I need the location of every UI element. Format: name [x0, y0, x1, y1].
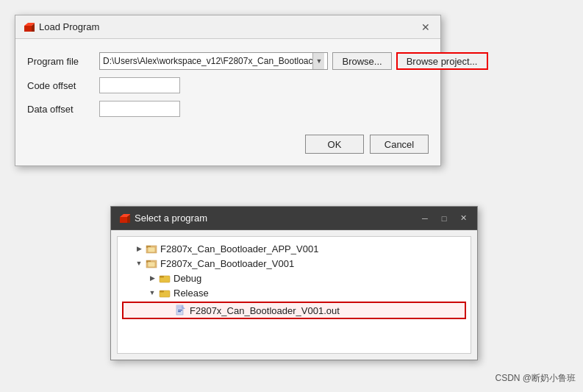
app-icon — [23, 21, 35, 33]
tree-label-v001: F2807x_Can_Bootloader_V001 — [160, 258, 294, 269]
tree-toggle-out — [163, 305, 174, 316]
load-dialog-title: Load Program — [39, 21, 99, 32]
tree-label-out-file: F2807x_Can_Bootloader_V001.out — [190, 305, 340, 316]
select-dialog-close-button[interactable]: ✕ — [457, 212, 470, 225]
tree-toggle-release[interactable]: ▼ — [147, 288, 157, 298]
program-file-label: Program file — [27, 56, 93, 67]
code-offset-label: Code offset — [27, 80, 93, 91]
program-file-value: D:\Users\Alex\workspace_v12\F2807x_Can_B… — [103, 56, 312, 66]
tree-label-debug: Debug — [174, 273, 201, 284]
browse-button[interactable]: Browse... — [332, 52, 391, 70]
maximize-button[interactable]: □ — [437, 212, 451, 225]
svg-rect-3 — [120, 217, 127, 223]
cancel-button[interactable]: Cancel — [370, 135, 429, 154]
tree-item-v001[interactable]: ▼ F2807x_Can_Bootloader_V001 — [121, 256, 468, 271]
tree-item-app-v001[interactable]: ▶ F2807x_Can_Bootloader_APP_V001 — [121, 241, 468, 256]
load-program-dialog: Load Program ✕ Program file D:\Users\Ale… — [15, 15, 441, 166]
load-dialog-titlebar: Load Program ✕ — [15, 15, 440, 39]
program-tree: ▶ F2807x_Can_Bootloader_APP_V001 ▼ — [117, 236, 471, 354]
program-file-combo[interactable]: D:\Users\Alex\workspace_v12\F2807x_Can_B… — [99, 52, 328, 70]
tree-toggle-debug[interactable]: ▶ — [147, 273, 157, 283]
data-offset-label: Data offset — [27, 104, 93, 115]
tree-item-out-file[interactable]: F2807x_Can_Bootloader_V001.out — [122, 302, 466, 319]
svg-marker-17 — [182, 305, 185, 309]
data-offset-input[interactable] — [99, 101, 180, 117]
svg-rect-11 — [148, 262, 155, 267]
watermark: CSDN @断奶小鲁班 — [495, 372, 576, 385]
browse-project-button[interactable]: Browse project... — [396, 52, 488, 70]
select-program-dialog: Select a program ─ □ ✕ ▶ F2807x_Can_Boot… — [110, 206, 478, 360]
titlebar-left: Load Program — [23, 21, 99, 33]
load-dialog-buttons: OK Cancel — [27, 135, 429, 154]
tree-item-debug[interactable]: ▶ Debug — [121, 271, 468, 285]
svg-rect-19 — [178, 310, 182, 310]
tree-item-release[interactable]: ▼ Release — [121, 285, 468, 300]
load-dialog-close-button[interactable]: ✕ — [418, 20, 433, 35]
code-offset-input[interactable] — [99, 77, 180, 93]
tree-label-app-v001: F2807x_Can_Bootloader_APP_V001 — [160, 243, 318, 254]
svg-rect-15 — [160, 291, 164, 293]
svg-rect-20 — [178, 311, 181, 312]
minimize-button[interactable]: ─ — [418, 212, 432, 225]
select-app-icon — [118, 213, 130, 224]
program-file-row: Program file D:\Users\Alex\workspace_v12… — [27, 52, 429, 70]
load-dialog-body: Program file D:\Users\Alex\workspace_v12… — [15, 39, 440, 165]
svg-rect-18 — [176, 305, 182, 309]
tree-label-release: Release — [174, 288, 209, 299]
code-offset-row: Code offset — [27, 77, 429, 93]
select-dialog-title: Select a program — [135, 213, 207, 224]
project-icon-v001 — [146, 257, 157, 269]
svg-rect-8 — [148, 247, 155, 252]
folder-icon-debug — [159, 272, 171, 284]
ok-button[interactable]: OK — [305, 135, 364, 154]
data-offset-row: Data offset — [27, 101, 429, 117]
tree-toggle-app-v001[interactable]: ▶ — [134, 243, 144, 254]
file-icon-out — [175, 304, 187, 316]
svg-rect-13 — [160, 276, 164, 278]
tree-toggle-v001[interactable]: ▼ — [134, 258, 144, 268]
select-titlebar-left: Select a program — [118, 213, 207, 224]
program-file-input-group: D:\Users\Alex\workspace_v12\F2807x_Can_B… — [99, 52, 488, 70]
svg-rect-0 — [24, 26, 32, 32]
combo-dropdown-arrow[interactable]: ▼ — [312, 53, 324, 69]
select-titlebar-controls: ─ □ ✕ — [418, 212, 470, 225]
select-dialog-titlebar: Select a program ─ □ ✕ — [111, 207, 477, 230]
folder-icon-release — [159, 287, 171, 299]
project-icon-app-v001 — [146, 243, 157, 254]
